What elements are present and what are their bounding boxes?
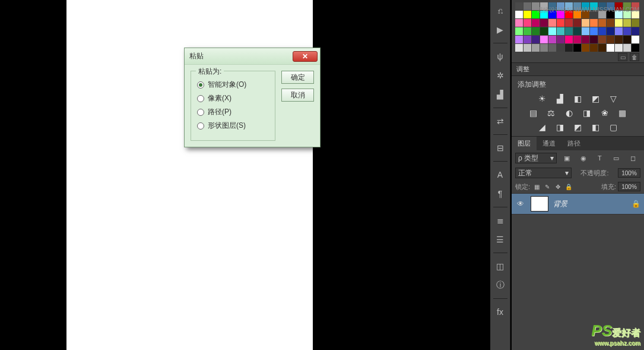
delete-swatch-icon[interactable]: 🗑 xyxy=(630,53,639,61)
color-swatch[interactable] xyxy=(548,36,556,43)
color-swatch[interactable] xyxy=(532,19,540,27)
color-swatch[interactable] xyxy=(623,36,631,43)
adjustment-icon[interactable]: ☀ xyxy=(536,93,549,104)
color-swatch[interactable] xyxy=(573,36,581,43)
panel-tab-2[interactable]: 路径 xyxy=(561,137,586,150)
list-icon[interactable]: ☰ xyxy=(492,232,509,247)
color-swatch[interactable] xyxy=(515,36,523,43)
ok-button[interactable]: 确定 xyxy=(281,71,314,84)
layer-row[interactable]: 👁背景🔒 xyxy=(512,193,644,215)
color-swatch[interactable] xyxy=(524,11,531,18)
color-swatch[interactable] xyxy=(557,27,564,35)
color-swatch[interactable] xyxy=(515,44,523,52)
color-swatch[interactable] xyxy=(557,2,564,10)
color-swatch[interactable] xyxy=(607,2,614,10)
color-swatch[interactable] xyxy=(615,36,623,43)
color-swatch[interactable] xyxy=(607,44,614,52)
radio-shape-layer[interactable]: 形状图层(S) xyxy=(197,121,269,131)
color-swatch[interactable] xyxy=(615,2,623,10)
color-swatch[interactable] xyxy=(573,2,581,10)
adjustment-icon[interactable]: ◨ xyxy=(554,122,567,133)
color-swatch[interactable] xyxy=(573,27,581,35)
adjustments-tab[interactable]: 调整 xyxy=(512,63,644,76)
color-swatch[interactable] xyxy=(573,19,581,27)
color-swatch[interactable] xyxy=(524,19,531,27)
measure-icon[interactable]: ◫ xyxy=(492,259,509,273)
color-swatch[interactable] xyxy=(590,27,598,35)
color-swatch[interactable] xyxy=(565,27,573,35)
color-swatch[interactable] xyxy=(615,44,623,52)
adjustment-icon[interactable]: ◢ xyxy=(536,122,549,133)
color-swatch[interactable] xyxy=(515,19,523,27)
text-icon[interactable]: A xyxy=(492,168,509,182)
color-swatch[interactable] xyxy=(582,11,589,18)
color-swatch[interactable] xyxy=(590,44,598,52)
color-swatch[interactable] xyxy=(557,11,564,18)
color-swatch[interactable] xyxy=(565,44,573,52)
color-swatch[interactable] xyxy=(532,44,540,52)
color-swatch[interactable] xyxy=(607,27,614,35)
color-swatch[interactable] xyxy=(582,2,589,10)
color-swatch[interactable] xyxy=(524,36,531,43)
play-icon[interactable]: ▶ xyxy=(492,23,509,37)
adjustment-icon[interactable]: ▢ xyxy=(607,122,620,133)
color-swatch[interactable] xyxy=(540,19,548,27)
wheel-icon[interactable]: ✲ xyxy=(492,68,509,83)
color-swatch[interactable] xyxy=(540,44,548,52)
lock-icon[interactable]: ✎ xyxy=(543,182,552,191)
radio-path[interactable]: 路径(P) xyxy=(197,107,269,117)
paragraph-icon[interactable]: ¶ xyxy=(492,187,509,201)
adjustment-icon[interactable]: ◐ xyxy=(563,108,576,118)
blend-mode-select[interactable]: 正常▾ xyxy=(515,168,572,178)
color-swatch[interactable] xyxy=(565,2,573,10)
adjustment-icon[interactable]: ▟ xyxy=(554,93,567,104)
color-swatch[interactable] xyxy=(548,2,556,10)
cancel-button[interactable]: 取消 xyxy=(281,89,314,102)
opacity-value[interactable]: 100% xyxy=(618,168,640,178)
color-swatch[interactable] xyxy=(598,11,606,18)
color-swatch[interactable] xyxy=(582,44,589,52)
color-swatch[interactable] xyxy=(590,19,598,27)
color-swatch[interactable] xyxy=(623,11,631,18)
color-swatch[interactable] xyxy=(540,36,548,43)
lock-icon[interactable]: 🔒 xyxy=(564,182,573,191)
color-swatch[interactable] xyxy=(557,44,564,52)
color-swatch[interactable] xyxy=(598,19,606,27)
brush-preset-icon[interactable]: ψ xyxy=(492,49,509,64)
panel-tab-0[interactable]: 图层 xyxy=(512,137,537,150)
close-icon[interactable]: ✕ xyxy=(293,51,318,62)
color-swatch[interactable] xyxy=(632,44,639,52)
color-swatch[interactable] xyxy=(532,11,540,18)
layer-filter-type[interactable]: ρ 类型▾ xyxy=(515,153,557,163)
adjustment-icon[interactable]: ◧ xyxy=(589,122,602,133)
color-swatch[interactable] xyxy=(632,19,639,27)
adjustment-icon[interactable]: ⚖ xyxy=(545,108,558,118)
color-swatch[interactable] xyxy=(598,27,606,35)
panel-tab-1[interactable]: 通道 xyxy=(537,137,561,150)
adjustment-icon[interactable]: ◩ xyxy=(572,122,585,133)
color-swatch[interactable] xyxy=(548,11,556,18)
color-swatch[interactable] xyxy=(515,11,523,18)
color-swatch[interactable] xyxy=(632,11,639,18)
color-swatch[interactable] xyxy=(598,44,606,52)
color-swatch[interactable] xyxy=(598,2,606,10)
new-swatch-icon[interactable]: ▭ xyxy=(618,53,627,61)
color-swatch[interactable] xyxy=(540,2,548,10)
filter-icon[interactable]: ▣ xyxy=(561,153,572,163)
color-swatch[interactable] xyxy=(548,27,556,35)
filter-icon[interactable]: ◻ xyxy=(627,153,638,163)
color-swatch[interactable] xyxy=(623,19,631,27)
color-swatch[interactable] xyxy=(524,2,531,10)
color-swatch[interactable] xyxy=(532,27,540,35)
color-swatch[interactable] xyxy=(623,2,631,10)
adjustment-icon[interactable]: ◨ xyxy=(580,108,594,118)
color-swatch[interactable] xyxy=(632,2,639,10)
adjustment-icon[interactable]: ◩ xyxy=(589,93,602,104)
dialog-titlebar[interactable]: 粘贴 ✕ xyxy=(185,48,320,65)
history-icon[interactable]: ⎌ xyxy=(492,4,509,18)
align-icon[interactable]: ≣ xyxy=(492,213,509,228)
histogram-icon[interactable]: ▟ xyxy=(492,87,509,102)
color-swatch[interactable] xyxy=(524,44,531,52)
radio-pixels[interactable]: 像素(X) xyxy=(197,93,269,103)
color-swatch[interactable] xyxy=(565,36,573,43)
